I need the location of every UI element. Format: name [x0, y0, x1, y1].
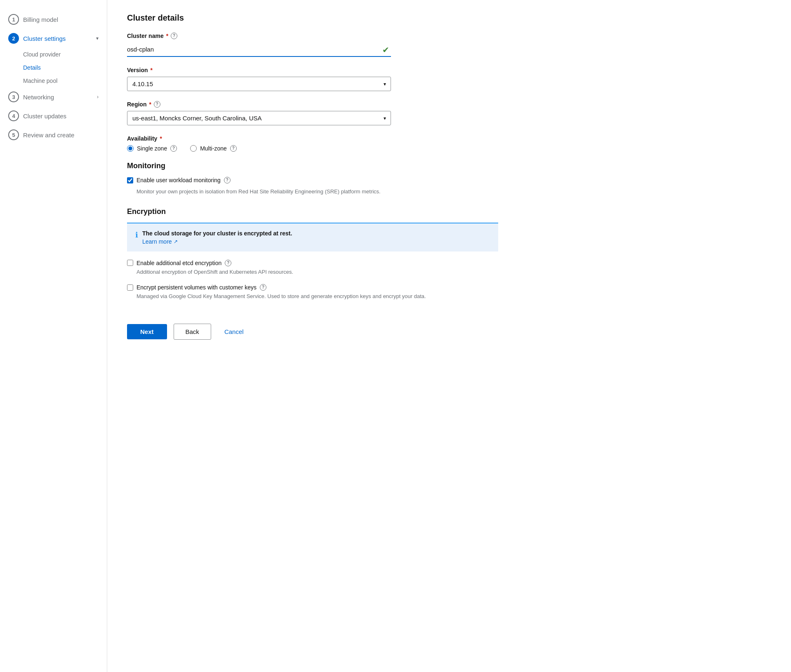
sidebar-label-billing-model: Billing model — [23, 16, 58, 23]
chevron-right-icon: › — [97, 94, 99, 100]
bottom-actions: Next Back Cancel — [127, 314, 771, 340]
sidebar-label-cluster-settings: Cluster settings — [23, 35, 66, 42]
main-content: Cluster details Cluster name * ? ✔ Versi… — [107, 0, 791, 672]
multi-zone-option[interactable]: Multi-zone ? — [190, 145, 237, 152]
monitoring-title: Monitoring — [127, 162, 771, 170]
pv-encryption-option: Encrypt persistent volumes with customer… — [127, 284, 771, 301]
single-zone-help-icon[interactable]: ? — [170, 145, 177, 152]
step-number-3: 3 — [8, 92, 19, 102]
single-zone-option[interactable]: Single zone ? — [127, 145, 177, 152]
monitoring-help-icon[interactable]: ? — [224, 177, 231, 183]
etcd-encryption-label: Enable additional etcd encryption — [137, 260, 221, 266]
sidebar-item-cluster-settings[interactable]: 2 Cluster settings ▾ — [0, 29, 107, 48]
pv-encryption-label: Encrypt persistent volumes with customer… — [137, 284, 257, 291]
encryption-info-box: ℹ The cloud storage for your cluster is … — [127, 223, 498, 251]
cluster-name-input-wrapper: ✔ — [127, 42, 391, 57]
region-group: Region * ? us-east1, Moncks Corner, Sout… — [127, 101, 771, 125]
version-select[interactable]: 4.10.15 4.10.14 4.10.13 4.9.0 — [127, 77, 391, 91]
chevron-down-icon: ▾ — [96, 35, 99, 41]
etcd-help-icon[interactable]: ? — [225, 260, 231, 266]
sidebar-item-review-create[interactable]: 5 Review and create — [0, 125, 107, 144]
sidebar-subitem-details[interactable]: Details — [23, 61, 107, 74]
single-zone-label: Single zone — [137, 145, 167, 152]
step-number-4: 4 — [8, 110, 19, 121]
step-number-2: 2 — [8, 33, 19, 44]
version-group: Version * 4.10.15 4.10.14 4.10.13 4.9.0 … — [127, 67, 771, 91]
back-button[interactable]: Back — [174, 324, 211, 340]
enable-monitoring-checkbox[interactable] — [127, 177, 133, 183]
cluster-settings-subnav: Cloud provider Details Machine pool — [0, 48, 107, 87]
version-select-wrapper: 4.10.15 4.10.14 4.10.13 4.9.0 ▾ — [127, 77, 391, 91]
cancel-button[interactable]: Cancel — [218, 324, 250, 339]
version-label: Version * — [127, 67, 771, 73]
required-indicator-region: * — [149, 101, 151, 108]
etcd-encryption-description: Additional encryption of OpenShift and K… — [127, 268, 771, 276]
pv-encryption-checkbox[interactable] — [127, 284, 133, 291]
sidebar-label-networking: Networking — [23, 94, 54, 101]
sidebar-subitem-machine-pool[interactable]: Machine pool — [23, 74, 107, 87]
sidebar-item-networking[interactable]: 3 Networking › — [0, 87, 107, 106]
multi-zone-label: Multi-zone — [200, 145, 227, 152]
region-select-wrapper: us-east1, Moncks Corner, South Carolina,… — [127, 111, 391, 125]
multi-zone-radio[interactable] — [190, 145, 197, 152]
page-title: Cluster details — [127, 13, 771, 23]
required-indicator-version: * — [151, 67, 153, 73]
encryption-info-text: The cloud storage for your cluster is en… — [142, 230, 292, 237]
enable-monitoring-row: Enable user workload monitoring ? — [127, 177, 771, 183]
sidebar-subitem-cloud-provider[interactable]: Cloud provider — [23, 48, 107, 61]
next-button[interactable]: Next — [127, 324, 167, 339]
external-link-icon: ↗ — [174, 239, 178, 244]
single-zone-radio[interactable] — [127, 145, 134, 152]
sidebar-label-cluster-updates: Cluster updates — [23, 113, 66, 120]
availability-group: Availability * Single zone ? Multi-zone … — [127, 135, 771, 152]
required-indicator: * — [166, 33, 168, 39]
availability-options: Single zone ? Multi-zone ? — [127, 145, 771, 152]
region-help-icon[interactable]: ? — [154, 101, 160, 108]
monitoring-section: Monitoring Enable user workload monitori… — [127, 162, 771, 196]
monitoring-description: Monitor your own projects in isolation f… — [127, 188, 771, 196]
cluster-name-valid-icon: ✔ — [382, 45, 389, 55]
required-indicator-availability: * — [160, 135, 162, 142]
cluster-name-input[interactable] — [127, 42, 391, 57]
cluster-name-label: Cluster name * ? — [127, 33, 771, 39]
step-number-1: 1 — [8, 14, 19, 25]
sidebar-label-review-create: Review and create — [23, 132, 74, 139]
cluster-name-help-icon[interactable]: ? — [171, 33, 177, 39]
etcd-encryption-checkbox[interactable] — [127, 260, 133, 266]
region-select[interactable]: us-east1, Moncks Corner, South Carolina,… — [127, 111, 391, 125]
etcd-encryption-option: Enable additional etcd encryption ? Addi… — [127, 260, 771, 276]
sidebar-item-cluster-updates[interactable]: 4 Cluster updates — [0, 106, 107, 125]
pv-help-icon[interactable]: ? — [260, 284, 266, 291]
cluster-name-group: Cluster name * ? ✔ — [127, 33, 771, 57]
sidebar-item-billing-model[interactable]: 1 Billing model — [0, 10, 107, 29]
learn-more-link[interactable]: Learn more ↗ — [142, 238, 178, 245]
multi-zone-help-icon[interactable]: ? — [230, 145, 237, 152]
region-label: Region * ? — [127, 101, 771, 108]
pv-encryption-description: Managed via Google Cloud Key Management … — [127, 292, 771, 301]
encryption-section: Encryption ℹ The cloud storage for your … — [127, 207, 771, 301]
encryption-title: Encryption — [127, 207, 771, 216]
enable-monitoring-label: Enable user workload monitoring — [137, 177, 221, 183]
info-icon: ℹ — [135, 230, 138, 240]
step-number-5: 5 — [8, 129, 19, 140]
sidebar: 1 Billing model 2 Cluster settings ▾ Clo… — [0, 0, 107, 672]
availability-label: Availability * — [127, 135, 771, 142]
